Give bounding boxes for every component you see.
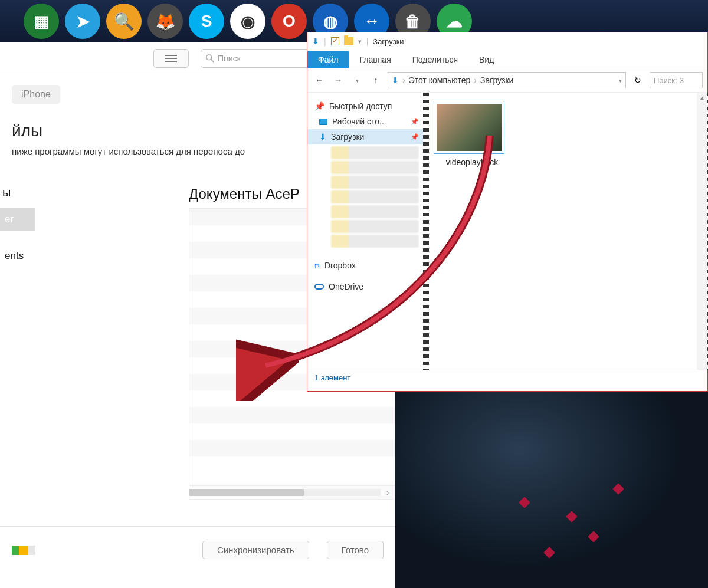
folder-icon — [344, 37, 353, 45]
cloud-icon — [314, 284, 324, 290]
checkbox-icon[interactable]: ✓ — [331, 37, 339, 45]
sidebar-quick-access[interactable]: 📌 Быстрый доступ — [307, 98, 425, 114]
vertical-scrollbar[interactable]: ▲ — [697, 93, 707, 370]
nav-forward[interactable]: → — [331, 73, 345, 87]
sidebar-item-blurred[interactable] — [331, 205, 419, 218]
sidebar-item-blurred[interactable] — [331, 190, 419, 203]
sidebar-item-blurred[interactable] — [331, 161, 419, 174]
sidebar-dropbox[interactable]: ⧈ Dropbox — [307, 258, 425, 273]
video-thumbnail — [434, 101, 504, 154]
sidebar-item-blurred[interactable] — [331, 146, 419, 159]
refresh-button[interactable]: ↻ — [631, 73, 645, 87]
sync-button[interactable]: Синхронизировать — [202, 541, 309, 559]
search-icon — [206, 54, 214, 63]
left-col-header: ы — [0, 186, 35, 208]
desktop-icon — [319, 119, 327, 125]
breadcrumb-folder[interactable]: Загрузки — [480, 75, 513, 85]
explorer-content[interactable]: videoplayback ▲ — [425, 93, 707, 370]
search-placeholder: Поиск — [218, 54, 241, 63]
telegram-icon[interactable]: ➤ — [65, 4, 100, 39]
nav-history[interactable]: ▾ — [350, 73, 364, 87]
download-arrow-icon: ⬇ — [392, 75, 399, 85]
nav-bar: ← → ▾ ↑ ⬇ › Этот компьютер › Загрузки ▾ … — [307, 68, 707, 93]
sidebar-onedrive[interactable]: OneDrive — [307, 279, 425, 294]
sidebar-item-blurred[interactable] — [331, 176, 419, 189]
nav-back[interactable]: ← — [312, 73, 326, 87]
breadcrumb-root[interactable]: Этот компьютер — [409, 75, 471, 85]
desktop-wallpaper — [395, 389, 708, 588]
sidebar-item-blurred[interactable] — [331, 235, 419, 248]
tab-view[interactable]: Вид — [468, 51, 504, 68]
excel-icon[interactable]: ▦ — [24, 4, 59, 39]
search-placeholder: Поиск: З — [654, 76, 684, 85]
dropbox-icon: ⧈ — [314, 261, 320, 271]
tab-file[interactable]: Файл — [307, 51, 349, 68]
chrome-icon[interactable]: ◉ — [230, 4, 266, 39]
sidebar-item-blurred[interactable] — [331, 220, 419, 233]
explorer-titlebar[interactable]: ⬇ | ✓ ▾ | Загрузки — [307, 32, 707, 50]
opera-icon[interactable]: O — [271, 4, 307, 39]
left-item-selected[interactable]: er — [0, 208, 35, 231]
sidebar-downloads[interactable]: ⬇ Загрузки 📌 — [307, 129, 425, 144]
search-icon[interactable]: 🔍 — [106, 4, 142, 39]
download-arrow-icon: ⬇ — [319, 132, 326, 142]
file-tile[interactable]: videoplayback — [434, 101, 510, 167]
window-title: Загрузки — [373, 37, 404, 46]
explorer-sidebar: 📌 Быстрый доступ Рабочий сто... 📌 ⬇ Загр… — [307, 93, 425, 370]
nav-up[interactable]: ↑ — [369, 73, 383, 87]
status-text: 1 элемент — [314, 373, 350, 382]
file-name: videoplayback — [434, 157, 510, 167]
pin-icon: 📌 — [411, 118, 419, 126]
address-bar[interactable]: ⬇ › Этот компьютер › Загрузки ▾ — [388, 72, 626, 88]
download-arrow-icon: ⬇ — [312, 37, 319, 46]
storage-bar — [12, 546, 35, 555]
svg-point-0 — [206, 54, 212, 60]
ribbon-tabs: Файл Главная Поделиться Вид — [307, 50, 707, 68]
svg-line-1 — [211, 59, 214, 61]
left-item[interactable]: ents — [0, 244, 35, 268]
explorer-search[interactable]: Поиск: З — [650, 72, 703, 88]
pin-icon: 📌 — [411, 133, 419, 141]
done-button[interactable]: Готово — [327, 541, 384, 559]
tab-iphone[interactable]: iPhone — [12, 85, 60, 104]
list-view-button[interactable] — [153, 49, 189, 68]
tab-home[interactable]: Главная — [349, 51, 401, 68]
explorer-window: ⬇ | ✓ ▾ | Загрузки Файл Главная Поделить… — [307, 32, 708, 392]
explorer-statusbar: 1 элемент — [307, 370, 707, 385]
sidebar-desktop[interactable]: Рабочий сто... 📌 — [307, 114, 425, 129]
chevron-down-icon[interactable]: ▾ — [619, 77, 622, 84]
horizontal-scrollbar[interactable]: › — [189, 485, 395, 500]
scroll-up-icon[interactable]: ▲ — [697, 93, 707, 103]
gimp-icon[interactable]: 🦊 — [148, 4, 183, 39]
skype-icon[interactable]: S — [189, 4, 224, 39]
tab-share[interactable]: Поделиться — [402, 51, 468, 68]
pin-star-icon: 📌 — [314, 101, 324, 111]
